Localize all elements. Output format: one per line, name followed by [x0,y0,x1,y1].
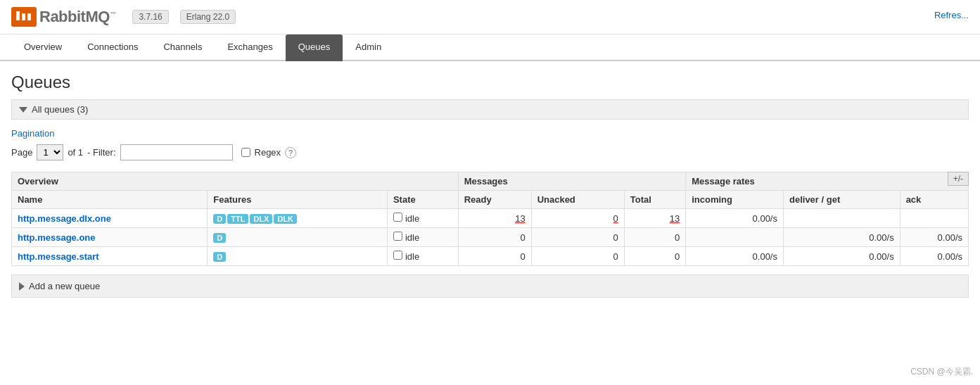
expand-icon [19,282,25,291]
plus-minus-button[interactable]: +/- [948,172,969,186]
logo-area: RabbitMQ™ 3.7.16 Erlang 22.0 [11,7,236,27]
col-deliver-get: deliver / get [783,191,900,209]
cell-ready: 13 [458,209,531,228]
col-incoming: incoming [686,191,784,209]
nav-connections[interactable]: Connections [75,34,151,61]
collapse-icon [19,107,27,113]
badge-D: D [213,252,226,262]
cell-ready: 0 [458,228,531,247]
cell-deliver_get: 0.00/s [783,247,900,266]
trademark: ™ [110,11,116,18]
badge-D: D [213,214,226,224]
filter-input[interactable] [120,144,233,160]
col-header-row: Name Features State Ready Unacked Total … [12,191,969,209]
version-badge: 3.7.16 [132,10,168,24]
table-wrapper: +/- Overview Messages Message rates Name… [11,172,969,266]
state-checkbox[interactable] [393,251,402,260]
add-queue-section[interactable]: Add a new queue [11,274,969,298]
col-features: Features [208,191,388,209]
cell-incoming: 0.00/s [686,209,784,228]
page-of: of 1 [68,147,83,158]
group-header-row: Overview Messages Message rates [12,172,969,191]
badge-DLX: DLX [250,214,272,224]
red-underline-ready: 13 [515,213,525,224]
filter-label: - Filter: [87,147,115,158]
badge-TTL: TTL [227,214,248,224]
red-underline-unacked: 0 [613,213,618,224]
badge-DLK: DLK [274,214,297,224]
nav-exchanges[interactable]: Exchanges [215,34,285,61]
col-ready: Ready [458,191,531,209]
cell-deliver_get: 0.00/s [783,228,900,247]
pagination-controls: Page 1 of 1 - Filter: Regex ? [11,144,969,160]
table-row: http.message.dlx.oneDTTLDLXDLKidle130130… [12,209,969,228]
erlang-badge: Erlang 22.0 [180,10,236,24]
cell-ack: 0.00/s [900,228,968,247]
header-overview: Overview [12,172,459,191]
nav-bar: Overview Connections Channels Exchanges … [0,34,980,61]
cell-ack [900,209,968,228]
cell-total: 13 [624,209,685,228]
state-value: idle [405,232,419,243]
main-content: Queues All queues (3) Pagination Page 1 … [0,61,980,309]
queue-name-link[interactable]: http.message.start [18,251,99,262]
svg-rect-3 [27,13,31,20]
svg-rect-4 [16,11,20,13]
cell-unacked: 0 [531,228,624,247]
add-queue-label: Add a new queue [29,281,100,291]
page-select[interactable]: 1 [37,144,63,160]
state-checkbox[interactable] [393,232,402,241]
nav-queues[interactable]: Queues [286,34,343,61]
cell-deliver_get [783,209,900,228]
cell-ready: 0 [458,247,531,266]
cell-total: 0 [624,228,685,247]
badge-D: D [213,233,226,243]
nav-channels[interactable]: Channels [151,34,215,61]
red-underline-total: 13 [670,213,680,224]
regex-checkbox[interactable] [241,148,250,157]
table-row: http.message.startDidle0000.00/s0.00/s0.… [12,247,969,266]
all-queues-section[interactable]: All queues (3) [11,99,969,120]
svg-rect-2 [22,13,25,20]
cell-unacked: 0 [531,247,624,266]
all-queues-label: All queues (3) [32,104,88,115]
col-state: State [387,191,458,209]
page-title: Queues [11,72,969,92]
queue-tbody: http.message.dlx.oneDTTLDLXDLKidle130130… [12,209,969,266]
cell-incoming [686,228,784,247]
header-message-rates: Message rates [686,172,969,191]
regex-label: Regex [255,147,281,158]
table-row: http.message.oneDidle0000.00/s0.00/s [12,228,969,247]
col-unacked: Unacked [531,191,624,209]
rabbitmq-text: RabbitMQ™ [39,8,115,26]
col-total: Total [624,191,685,209]
header-messages: Messages [458,172,686,191]
state-value: idle [405,213,419,224]
queue-table: Overview Messages Message rates Name Fea… [11,172,969,266]
svg-rect-1 [16,13,20,20]
nav-overview[interactable]: Overview [11,34,75,61]
cell-unacked: 0 [531,209,624,228]
nav-admin[interactable]: Admin [343,34,394,61]
page-label: Page [11,147,32,158]
pagination-label[interactable]: Pagination [11,128,969,139]
state-value: idle [405,251,419,262]
col-ack: ack [900,191,968,209]
queue-name-link[interactable]: http.message.dlx.one [18,213,111,224]
cell-total: 0 [624,247,685,266]
queue-name-link[interactable]: http.message.one [18,232,96,243]
logo-rabbit: RabbitMQ™ [11,7,115,27]
cell-ack: 0.00/s [900,247,968,266]
top-bar: RabbitMQ™ 3.7.16 Erlang 22.0 Refres... [0,0,980,34]
state-checkbox[interactable] [393,213,402,222]
col-name: Name [12,191,208,209]
cell-incoming: 0.00/s [686,247,784,266]
help-icon[interactable]: ? [285,147,296,158]
rabbitmq-logo-icon [11,7,37,27]
refresh-link[interactable]: Refres... [934,10,969,20]
